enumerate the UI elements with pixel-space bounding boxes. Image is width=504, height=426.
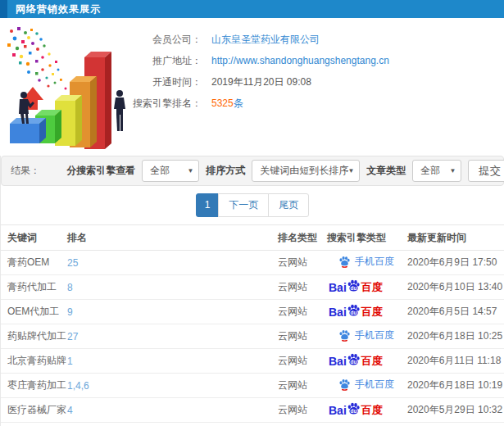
table-row: OEM代加工 9 云网站 Bai du 百度: [1, 300, 504, 324]
svg-text:du: du: [350, 359, 356, 365]
rank-link[interactable]: 4: [67, 405, 73, 416]
engine-label: 手机百度: [355, 329, 394, 342]
member-company-link[interactable]: 山东皇圣堂药业有限公司: [211, 33, 320, 47]
member-company-label: 会员公司：: [131, 33, 202, 47]
engine-cell: 手机百度: [326, 324, 406, 349]
sort-filter-select[interactable]: 关键词由短到长排序 ▼: [252, 160, 360, 182]
result-label: 结果：: [11, 164, 40, 178]
promo-url-link[interactable]: http://www.shandonghuangshengtang.cn: [211, 55, 389, 66]
table-row: 膏药OEM 25 云网站 手机百度: [1, 251, 504, 275]
next-page-button[interactable]: 下一页: [218, 193, 269, 217]
chevron-down-icon: ▼: [187, 161, 193, 182]
updated-cell: 2020年6月18日 10:25: [406, 324, 504, 349]
updated-cell: 2020年6月11日 11:18: [406, 349, 504, 374]
mobile-baidu-badge: 手机百度: [338, 255, 394, 269]
updated-cell: 2020年6月10日 13:40: [406, 275, 504, 300]
table-row: 枣庄膏药加工 1,4,6 云网站 手机百度: [1, 374, 504, 398]
updated-cell: 2020年6月11日 11:40: [406, 423, 504, 426]
article-type-select[interactable]: 全部 ▼: [412, 160, 461, 182]
col-keyword: 关键词: [1, 225, 66, 251]
baidu-paw-icon: du: [347, 353, 361, 367]
table-row: 北京膏药贴牌 1 云网站 Bai du 百度: [1, 349, 504, 374]
open-time-value: 2019年11月20日 09:08: [211, 75, 311, 89]
rank-link[interactable]: 1: [67, 356, 73, 367]
rank-type-cell: 云网站: [277, 374, 326, 398]
svg-text:du: du: [350, 408, 356, 414]
baidu-cn-wordmark: 百度: [361, 403, 383, 418]
col-rank-type: 排名类型: [277, 225, 326, 251]
submit-button[interactable]: 提交: [468, 160, 504, 182]
updated-cell: 2020年6月18日 10:19: [406, 374, 504, 398]
page-1-button[interactable]: 1: [196, 193, 220, 217]
baidu-cn-wordmark: 百度: [361, 305, 383, 320]
title-bar-accent: [0, 0, 7, 18]
rank-type-cell: 云网站: [277, 300, 326, 324]
engine-cell: Bai du 百度: [326, 349, 406, 374]
keyword-cell: 药贴牌代加工: [1, 324, 66, 349]
article-type-value: 全部: [420, 165, 440, 176]
engine-rank-row: 搜索引擎排名： 5325条: [131, 93, 389, 114]
col-rank: 排名: [66, 225, 277, 251]
engine-cell: Bai du 百度: [326, 275, 406, 300]
rank-link[interactable]: 27: [67, 331, 78, 342]
table-row: 膏药代加工 8 云网站 Bai du 百度: [1, 275, 504, 300]
page-title: 网络营销效果展示: [16, 0, 101, 18]
rank-link[interactable]: 25: [67, 257, 78, 269]
engine-label: 手机百度: [355, 255, 394, 269]
baidu-logo: Bai du 百度: [329, 402, 383, 418]
rank-link[interactable]: 9: [67, 306, 73, 318]
baidu-paw-icon: du: [347, 304, 361, 318]
title-bar: 网络营销效果展示: [0, 0, 504, 18]
article-type-label: 文章类型: [366, 164, 406, 178]
rank-type-cell: 云网站: [277, 398, 326, 423]
baidu-logo: Bai du 百度: [329, 279, 383, 295]
rank-unit: 条: [234, 97, 243, 109]
keyword-cell: 枣庄膏药加工: [1, 374, 66, 398]
rank-type-cell: 云网站: [277, 251, 326, 275]
table-row: 菏泽膏药厂家 17 云网站 手机百度: [1, 423, 504, 426]
member-fields: 会员公司： 山东皇圣堂药业有限公司 推广地址： http://www.shand…: [131, 29, 389, 114]
chevron-down-icon: ▼: [449, 161, 456, 182]
engine-label: 手机百度: [355, 378, 394, 392]
table-header-row: 关键词 排名 排名类型 搜索引擎类型 最新更新时间: [1, 225, 504, 251]
engine-filter-value: 全部: [150, 165, 170, 176]
rank-link[interactable]: 8: [67, 282, 73, 293]
engine-rank-label: 搜索引擎排名：: [131, 97, 202, 111]
mobile-baidu-icon: [338, 256, 351, 268]
promo-url-label: 推广地址：: [131, 54, 202, 68]
rank-link[interactable]: 1,4,6: [67, 380, 89, 392]
updated-cell: 2020年6月5日 14:57: [406, 300, 504, 324]
sort-filter-label: 排序方式: [206, 164, 245, 178]
engine-cell: 手机百度: [326, 423, 406, 426]
baidu-logo: Bai du 百度: [329, 353, 383, 369]
col-updated: 最新更新时间: [406, 225, 504, 251]
baidu-logo: Bai du 百度: [329, 304, 383, 320]
engine-filter-select[interactable]: 全部 ▼: [142, 160, 199, 182]
filter-controls: 分搜索引擎查看 全部 ▼ 排序方式 关键词由短到长排序 ▼ 文章类型 全部 ▼ …: [66, 160, 503, 182]
engine-rank-value: 5325条: [211, 97, 243, 111]
keyword-cell: 北京膏药贴牌: [1, 349, 66, 374]
updated-cell: 2020年6月9日 17:50: [406, 251, 504, 275]
table-row: 药贴牌代加工 27 云网站 手机百度: [1, 324, 504, 349]
col-engine-type: 搜索引擎类型: [326, 225, 406, 251]
engine-cell: 手机百度: [326, 251, 406, 275]
confetti: [7, 27, 67, 90]
mobile-baidu-icon: [338, 329, 351, 342]
businessman-right: [114, 90, 125, 131]
baidu-cn-wordmark: 百度: [361, 280, 383, 295]
pagination: 1 下一页 尾页: [1, 186, 504, 224]
rank-count: 5325: [211, 97, 234, 109]
promo-url-row: 推广地址： http://www.shandonghuangshengtang.…: [131, 50, 389, 71]
keyword-cell: 膏药OEM: [1, 251, 66, 275]
member-company-row: 会员公司： 山东皇圣堂药业有限公司: [131, 29, 389, 50]
baidu-cn-wordmark: 百度: [361, 354, 383, 369]
page: 网络营销效果展示: [0, 0, 504, 426]
engine-cell: Bai du 百度: [326, 300, 406, 324]
sort-filter-value: 关键词由短到长排序: [260, 165, 348, 176]
mobile-baidu-icon: [338, 378, 351, 391]
baidu-wordmark: Bai: [329, 306, 347, 319]
last-page-button[interactable]: 尾页: [268, 193, 309, 217]
engine-filter-label: 分搜索引擎查看: [66, 164, 135, 178]
engine-cell: 手机百度: [326, 374, 406, 398]
engine-cell: Bai du 百度: [326, 398, 406, 423]
